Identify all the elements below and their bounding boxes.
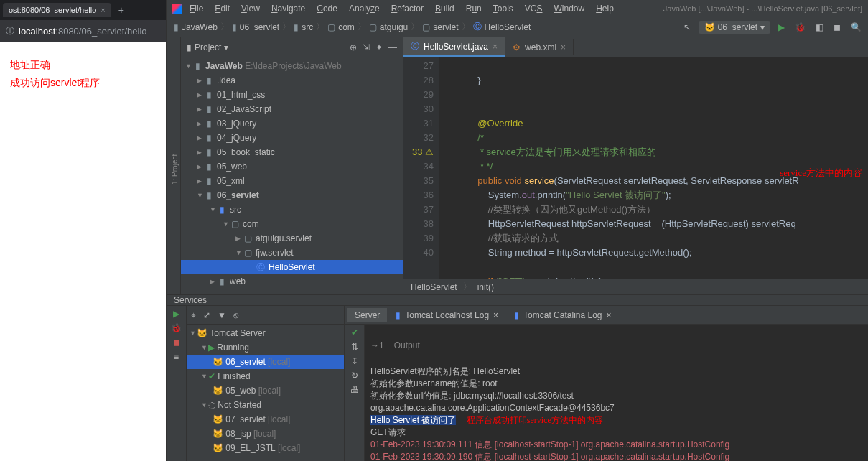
svc-notstarted-group[interactable]: ▼◌ Not Started <box>187 398 344 412</box>
tree-item[interactable]: ▶▮03_jQuery <box>181 116 403 131</box>
menu-navigate[interactable]: Navigate <box>267 2 309 15</box>
print-icon[interactable]: 🖶 <box>350 385 359 395</box>
toggle-icon[interactable]: ⇅ <box>351 342 358 352</box>
tree-item-06-servlet[interactable]: ▼▮06_servlet <box>181 188 403 202</box>
module-icon: ▮ <box>232 22 237 32</box>
left-tool-stripe[interactable]: 1: Project <box>167 37 181 294</box>
menu-code[interactable]: Code <box>312 2 342 15</box>
services-tree-panel: ⌖ ⤢ ▼ ⎋ + ▼🐱 Tomcat Server ▼▶ Running 🐱 … <box>187 306 345 461</box>
debug-button-icon[interactable]: 🐞 <box>793 22 808 32</box>
run-config-selector[interactable]: 🐱 06_servlet ▾ <box>699 21 770 34</box>
expand-icon[interactable]: ⤢ <box>203 310 210 320</box>
close-icon[interactable]: × <box>493 310 498 320</box>
tree-com[interactable]: ▼▢com <box>181 217 403 231</box>
svc-tomcat-root[interactable]: ▼🐱 Tomcat Server <box>187 326 344 340</box>
close-icon[interactable]: × <box>493 42 498 52</box>
crumb-servlet[interactable]: ▢servlet <box>419 22 461 32</box>
expand-all-icon[interactable]: ⇲ <box>363 42 370 52</box>
menu-tools[interactable]: Tools <box>489 2 518 15</box>
tree-item[interactable]: ▶▮05_xml <box>181 174 403 188</box>
site-info-icon[interactable]: ⓘ <box>6 25 14 37</box>
project-tree[interactable]: ▼▮JavaWeb E:\IdeaProjects\JavaWeb ▶▮.ide… <box>181 57 403 294</box>
coverage-icon[interactable]: ◧ <box>813 22 826 32</box>
new-tab-button[interactable]: + <box>111 4 131 16</box>
project-title[interactable]: ▮ Project ▾ <box>187 42 228 52</box>
menu-window[interactable]: Window <box>549 2 589 15</box>
filter-icon[interactable]: ≡ <box>174 352 179 362</box>
group-icon[interactable]: ⌖ <box>191 310 196 320</box>
tree-web[interactable]: ▶▮web <box>181 274 403 289</box>
crumb-atguigu[interactable]: ▢atguigu <box>366 22 411 32</box>
run-toolbar: ↖ 🐱 06_servlet ▾ ▶ 🐞 ◧ ◼ 🔍 <box>681 21 864 34</box>
browser-tab[interactable]: ost:8080/06_servlet/hello × <box>3 3 111 17</box>
tree-item[interactable]: ▶▮01_html_css <box>181 88 403 102</box>
menu-analyze[interactable]: Analyze <box>345 2 384 15</box>
menu-run[interactable]: Run <box>462 2 486 15</box>
nav-back-icon[interactable]: ↖ <box>681 22 693 32</box>
svc-finished-group[interactable]: ▼✔ Finished <box>187 369 344 383</box>
menu-help[interactable]: Help <box>592 2 618 15</box>
wrap-icon[interactable]: ↻ <box>351 371 358 381</box>
tab-tomcat-localhost-log[interactable]: ▮Tomcat Localhost Log× <box>388 308 505 322</box>
filter-icon[interactable]: ▼ <box>218 310 226 320</box>
run-button-icon[interactable]: ▶ <box>776 22 787 32</box>
console-output[interactable]: →1Output HelloServlet程序的别名是: HelloServle… <box>365 325 868 461</box>
crumb-com[interactable]: ▢com <box>325 22 358 32</box>
gear-icon[interactable]: ✦ <box>375 42 383 52</box>
menu-file[interactable]: File <box>185 2 207 15</box>
crumb-class[interactable]: ⒸHelloServlet <box>470 21 534 33</box>
tree-pkg1[interactable]: ▶▢atguigu.servlet <box>181 231 403 246</box>
editor-tab-helloservlet[interactable]: ⒸHelloServlet.java× <box>403 37 505 57</box>
tree-item[interactable]: ▶▮04_jQuery <box>181 131 403 145</box>
tree-helloservlet[interactable]: ⒸHelloServlet <box>181 260 403 274</box>
stop-icon[interactable]: ◼ <box>831 22 843 32</box>
svc-running-group[interactable]: ▼▶ Running <box>187 340 344 355</box>
tree-root[interactable]: ▼▮JavaWeb E:\IdeaProjects\JavaWeb <box>181 59 403 73</box>
stop-icon[interactable]: ◼ <box>173 337 180 348</box>
editor-breadcrumbs[interactable]: HelloServlet〉init() <box>403 279 868 294</box>
tree-item[interactable]: ▶▮05_book_static <box>181 145 403 159</box>
menu-edit[interactable]: Edit <box>210 2 234 15</box>
run-icon[interactable]: ▶ <box>173 309 179 319</box>
tree-item[interactable]: ▶▮02_JavaScript <box>181 102 403 116</box>
tree-item[interactable]: ▶▮.idea <box>181 73 403 88</box>
svc-08-jsp[interactable]: 🐱 08_jsp [local] <box>187 427 344 441</box>
xml-icon: ⚙ <box>513 42 521 52</box>
crumb-src[interactable]: ▮src <box>291 22 316 32</box>
browser-pane: ost:8080/06_servlet/hello × + ⓘ localhos… <box>0 0 167 461</box>
line-gutter: 27282930313233 ⚠34353637383940 <box>403 57 439 279</box>
menu-refactor[interactable]: Refactor <box>387 2 428 15</box>
select-opened-icon[interactable]: ⊕ <box>350 42 357 52</box>
address-bar[interactable]: ⓘ localhost:8080/06_servlet/hello <box>0 20 166 42</box>
tab-tomcat-catalina-log[interactable]: ▮Tomcat Catalina Log× <box>507 308 618 322</box>
log-icon: ▮ <box>514 310 519 320</box>
svc-09-el-jstl[interactable]: 🐱 09_EL_JSTL [local] <box>187 441 344 455</box>
menu-build[interactable]: Build <box>431 2 459 15</box>
services-title[interactable]: Services <box>167 295 868 306</box>
code-editor[interactable]: 27282930313233 ⚠34353637383940 } @Overri… <box>403 57 868 279</box>
close-icon[interactable]: × <box>607 310 612 320</box>
svc-06-servlet[interactable]: 🐱 06_servlet [local] <box>187 355 344 369</box>
crumb-project[interactable]: ▮JavaWeb <box>171 22 220 32</box>
tree-src[interactable]: ▼▮src <box>181 202 403 217</box>
close-tab-icon[interactable]: × <box>101 6 105 14</box>
tab-server[interactable]: Server <box>347 308 387 322</box>
svc-05-web[interactable]: 🐱 05_web [local] <box>187 383 344 398</box>
menu-view[interactable]: View <box>237 2 264 15</box>
tree-pkg2[interactable]: ▼▢fjw.servlet <box>181 246 403 260</box>
close-icon[interactable]: × <box>561 42 566 52</box>
svc-07-servlet[interactable]: 🐱 07_servlet [local] <box>187 412 344 427</box>
editor-tab-webxml[interactable]: ⚙web.xml× <box>505 39 574 55</box>
crumb-module[interactable]: ▮06_servlet <box>229 22 282 32</box>
tab-project-tool[interactable]: 1: Project <box>169 45 180 294</box>
scroll-icon[interactable]: ↧ <box>351 356 358 366</box>
tree-icon[interactable]: ⎋ <box>233 310 238 320</box>
rerun-icon[interactable]: ✔ <box>351 327 358 337</box>
hide-icon[interactable]: — <box>388 42 397 52</box>
services-tree[interactable]: ▼🐱 Tomcat Server ▼▶ Running 🐱 06_servlet… <box>187 325 344 461</box>
menu-vcs[interactable]: VCS <box>521 2 547 15</box>
search-icon[interactable]: 🔍 <box>849 22 864 32</box>
debug-icon[interactable]: 🐞 <box>171 323 182 333</box>
tree-item[interactable]: ▶▮05_web <box>181 159 403 174</box>
add-icon[interactable]: + <box>246 310 251 320</box>
